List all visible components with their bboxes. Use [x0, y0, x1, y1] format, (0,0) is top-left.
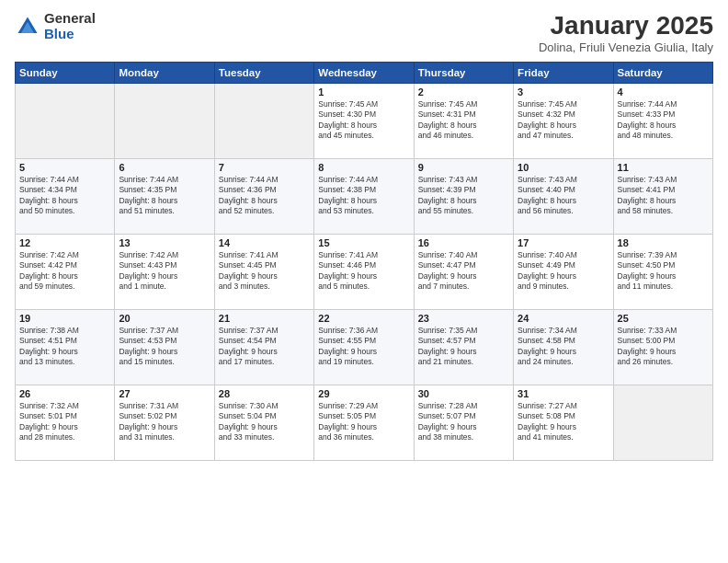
day-number: 9: [418, 162, 509, 173]
table-row: 3Sunrise: 7:45 AM Sunset: 4:32 PM Daylig…: [514, 84, 613, 159]
day-info: Sunrise: 7:40 AM Sunset: 4:47 PM Dayligh…: [418, 250, 509, 293]
table-row: 29Sunrise: 7:29 AM Sunset: 5:05 PM Dayli…: [314, 385, 414, 461]
day-number: 17: [518, 237, 609, 248]
logo-text: General Blue: [44, 11, 96, 41]
day-number: 15: [318, 237, 409, 248]
table-row: 2Sunrise: 7:45 AM Sunset: 4:31 PM Daylig…: [414, 84, 513, 159]
table-row: 18Sunrise: 7:39 AM Sunset: 4:50 PM Dayli…: [613, 235, 712, 310]
header: General Blue January 2025 Dolina, Friuli…: [15, 11, 713, 54]
table-row: 28Sunrise: 7:30 AM Sunset: 5:04 PM Dayli…: [214, 385, 313, 461]
location-subtitle: Dolina, Friuli Venezia Giulia, Italy: [539, 40, 713, 54]
table-row: 7Sunrise: 7:44 AM Sunset: 4:36 PM Daylig…: [214, 159, 313, 235]
table-row: 17Sunrise: 7:40 AM Sunset: 4:49 PM Dayli…: [514, 235, 613, 310]
table-row: 24Sunrise: 7:34 AM Sunset: 4:58 PM Dayli…: [514, 310, 613, 385]
day-number: 29: [318, 388, 409, 399]
table-row: 20Sunrise: 7:37 AM Sunset: 4:53 PM Dayli…: [115, 310, 214, 385]
logo-general-text: General: [44, 11, 96, 27]
table-row: 6Sunrise: 7:44 AM Sunset: 4:35 PM Daylig…: [115, 159, 214, 235]
day-number: 19: [19, 313, 110, 324]
day-number: 20: [119, 313, 210, 324]
table-row: 13Sunrise: 7:42 AM Sunset: 4:43 PM Dayli…: [115, 235, 214, 310]
day-info: Sunrise: 7:42 AM Sunset: 4:43 PM Dayligh…: [119, 250, 210, 293]
table-row: 19Sunrise: 7:38 AM Sunset: 4:51 PM Dayli…: [16, 310, 115, 385]
day-number: 28: [219, 388, 310, 399]
month-title: January 2025: [539, 11, 713, 40]
calendar: Sunday Monday Tuesday Wednesday Thursday…: [15, 62, 713, 461]
header-monday: Monday: [115, 63, 214, 84]
week-row-2: 5Sunrise: 7:44 AM Sunset: 4:34 PM Daylig…: [16, 159, 713, 235]
day-number: 24: [518, 313, 609, 324]
table-row: 30Sunrise: 7:28 AM Sunset: 5:07 PM Dayli…: [414, 385, 513, 461]
day-info: Sunrise: 7:44 AM Sunset: 4:36 PM Dayligh…: [219, 175, 310, 217]
table-row: 25Sunrise: 7:33 AM Sunset: 5:00 PM Dayli…: [613, 310, 712, 385]
day-info: Sunrise: 7:45 AM Sunset: 4:32 PM Dayligh…: [518, 99, 609, 142]
table-row: 10Sunrise: 7:43 AM Sunset: 4:40 PM Dayli…: [514, 159, 613, 235]
day-number: 10: [518, 162, 609, 173]
day-number: 7: [219, 162, 310, 173]
week-row-1: 1Sunrise: 7:45 AM Sunset: 4:30 PM Daylig…: [16, 84, 713, 159]
header-sunday: Sunday: [16, 63, 115, 84]
day-number: 18: [618, 237, 709, 248]
table-row: 9Sunrise: 7:43 AM Sunset: 4:39 PM Daylig…: [414, 159, 513, 235]
day-info: Sunrise: 7:28 AM Sunset: 5:07 PM Dayligh…: [418, 401, 509, 443]
day-info: Sunrise: 7:44 AM Sunset: 4:33 PM Dayligh…: [618, 99, 709, 142]
title-block: January 2025 Dolina, Friuli Venezia Giul…: [539, 11, 713, 54]
day-info: Sunrise: 7:30 AM Sunset: 5:04 PM Dayligh…: [219, 401, 310, 443]
week-row-5: 26Sunrise: 7:32 AM Sunset: 5:01 PM Dayli…: [16, 385, 713, 461]
day-info: Sunrise: 7:27 AM Sunset: 5:08 PM Dayligh…: [518, 401, 609, 443]
table-row: [613, 385, 712, 461]
day-number: 4: [618, 86, 709, 98]
day-info: Sunrise: 7:37 AM Sunset: 4:54 PM Dayligh…: [219, 326, 310, 368]
table-row: [214, 84, 313, 159]
day-number: 25: [618, 313, 709, 324]
table-row: 16Sunrise: 7:40 AM Sunset: 4:47 PM Dayli…: [414, 235, 513, 310]
day-number: 13: [119, 237, 210, 248]
day-number: 27: [119, 388, 210, 399]
page: General Blue January 2025 Dolina, Friuli…: [0, 0, 728, 563]
table-row: 22Sunrise: 7:36 AM Sunset: 4:55 PM Dayli…: [314, 310, 414, 385]
table-row: [115, 84, 214, 159]
week-row-3: 12Sunrise: 7:42 AM Sunset: 4:42 PM Dayli…: [16, 235, 713, 310]
day-info: Sunrise: 7:44 AM Sunset: 4:34 PM Dayligh…: [19, 175, 110, 217]
table-row: 23Sunrise: 7:35 AM Sunset: 4:57 PM Dayli…: [414, 310, 513, 385]
day-info: Sunrise: 7:43 AM Sunset: 4:40 PM Dayligh…: [518, 175, 609, 217]
day-number: 26: [19, 388, 110, 399]
table-row: 8Sunrise: 7:44 AM Sunset: 4:38 PM Daylig…: [314, 159, 414, 235]
logo-blue-text: Blue: [44, 27, 96, 42]
weekday-header-row: Sunday Monday Tuesday Wednesday Thursday…: [16, 63, 713, 84]
header-saturday: Saturday: [613, 63, 712, 84]
day-number: 30: [418, 388, 509, 399]
table-row: 5Sunrise: 7:44 AM Sunset: 4:34 PM Daylig…: [16, 159, 115, 235]
day-number: 5: [19, 162, 110, 173]
day-number: 1: [318, 86, 409, 98]
day-number: 6: [119, 162, 210, 173]
logo-icon: [15, 14, 40, 40]
day-info: Sunrise: 7:43 AM Sunset: 4:41 PM Dayligh…: [618, 175, 709, 217]
day-number: 31: [518, 388, 609, 399]
day-number: 3: [518, 86, 609, 98]
day-info: Sunrise: 7:41 AM Sunset: 4:46 PM Dayligh…: [318, 250, 409, 293]
day-number: 2: [418, 86, 509, 98]
day-info: Sunrise: 7:35 AM Sunset: 4:57 PM Dayligh…: [418, 326, 509, 368]
day-info: Sunrise: 7:36 AM Sunset: 4:55 PM Dayligh…: [318, 326, 409, 368]
table-row: 11Sunrise: 7:43 AM Sunset: 4:41 PM Dayli…: [613, 159, 712, 235]
header-thursday: Thursday: [414, 63, 513, 84]
table-row: 14Sunrise: 7:41 AM Sunset: 4:45 PM Dayli…: [214, 235, 313, 310]
logo: General Blue: [15, 11, 96, 41]
day-info: Sunrise: 7:42 AM Sunset: 4:42 PM Dayligh…: [19, 250, 110, 293]
day-info: Sunrise: 7:41 AM Sunset: 4:45 PM Dayligh…: [219, 250, 310, 293]
day-info: Sunrise: 7:33 AM Sunset: 5:00 PM Dayligh…: [618, 326, 709, 368]
table-row: 27Sunrise: 7:31 AM Sunset: 5:02 PM Dayli…: [115, 385, 214, 461]
day-info: Sunrise: 7:45 AM Sunset: 4:30 PM Dayligh…: [318, 99, 409, 142]
header-wednesday: Wednesday: [314, 63, 414, 84]
day-number: 22: [318, 313, 409, 324]
day-number: 8: [318, 162, 409, 173]
header-friday: Friday: [514, 63, 613, 84]
day-info: Sunrise: 7:44 AM Sunset: 4:35 PM Dayligh…: [119, 175, 210, 217]
table-row: 15Sunrise: 7:41 AM Sunset: 4:46 PM Dayli…: [314, 235, 414, 310]
day-number: 21: [219, 313, 310, 324]
table-row: [16, 84, 115, 159]
table-row: 12Sunrise: 7:42 AM Sunset: 4:42 PM Dayli…: [16, 235, 115, 310]
day-info: Sunrise: 7:32 AM Sunset: 5:01 PM Dayligh…: [19, 401, 110, 443]
day-info: Sunrise: 7:39 AM Sunset: 4:50 PM Dayligh…: [618, 250, 709, 293]
